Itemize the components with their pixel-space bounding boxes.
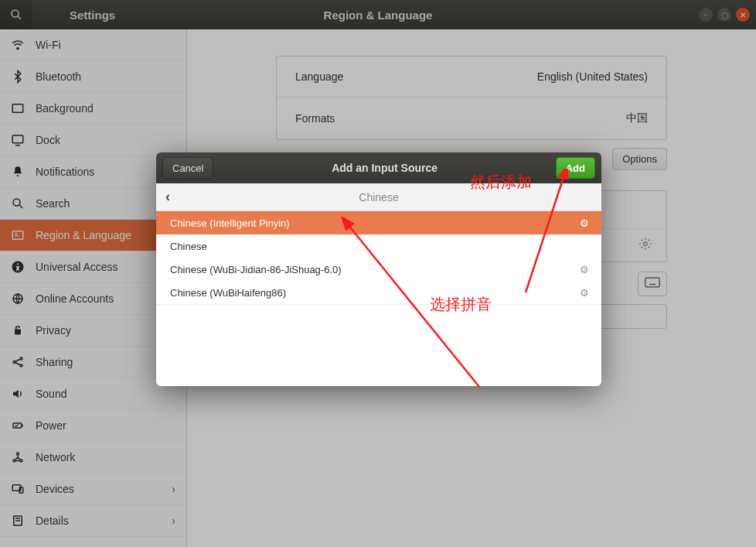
search-icon bbox=[11, 196, 26, 211]
sidebar-item-bluetooth[interactable]: Bluetooth bbox=[0, 61, 186, 93]
page-title: Region & Language bbox=[324, 9, 433, 22]
svg-line-17 bbox=[15, 363, 20, 365]
chevron-right-icon: › bbox=[172, 483, 175, 495]
devices-icon bbox=[11, 481, 26, 497]
input-source-label: Chinese (WuBi-Jidian-86-JiShuag-6.0) bbox=[170, 264, 342, 275]
language-row[interactable]: Language English (United States) bbox=[277, 56, 666, 97]
language-formats-card: Language English (United States) Formats… bbox=[276, 56, 667, 140]
options-button[interactable]: Options bbox=[612, 148, 667, 170]
sidebar-item-label: Region & Language bbox=[36, 229, 131, 241]
language-label: Language bbox=[295, 70, 343, 83]
sidebar-item-label: Sound bbox=[36, 388, 66, 400]
privacy-icon bbox=[11, 323, 26, 338]
titlebar: Settings Region & Language − ▢ ✕ bbox=[0, 0, 756, 29]
svg-point-10 bbox=[17, 263, 19, 265]
svg-point-15 bbox=[20, 364, 22, 367]
sidebar-item-devices[interactable]: Devices › bbox=[0, 473, 186, 505]
network-icon bbox=[11, 450, 26, 465]
dialog-title: Add an Input Source bbox=[332, 162, 438, 174]
svg-point-22 bbox=[17, 453, 19, 455]
sidebar-item-label: Online Accounts bbox=[36, 292, 114, 305]
chevron-right-icon: › bbox=[172, 515, 175, 527]
add-input-source-dialog: Cancel Add an Input Source Add ‹ Chinese… bbox=[156, 152, 601, 386]
svg-point-6 bbox=[13, 199, 20, 206]
formats-row[interactable]: Formats 中国 bbox=[277, 97, 666, 139]
input-source-item[interactable]: Chinese bbox=[156, 234, 601, 258]
svg-point-2 bbox=[17, 47, 19, 49]
svg-point-28 bbox=[644, 242, 648, 246]
gear-icon[interactable] bbox=[639, 237, 652, 254]
svg-line-1 bbox=[18, 16, 21, 19]
universal-access-icon bbox=[11, 259, 26, 275]
region-icon bbox=[11, 227, 26, 243]
sidebar-item-label: Wi-Fi bbox=[36, 39, 61, 51]
svg-point-21 bbox=[20, 460, 22, 462]
sidebar-item-label: Universal Access bbox=[36, 261, 118, 273]
svg-point-13 bbox=[13, 361, 15, 364]
cancel-button[interactable]: Cancel bbox=[162, 157, 213, 179]
sidebar-item-label: Network bbox=[36, 451, 75, 463]
gear-icon: ⚙ bbox=[580, 287, 589, 299]
sidebar-item-network[interactable]: Network bbox=[0, 442, 186, 473]
sidebar-item-label: Search bbox=[36, 197, 70, 210]
sidebar-item-background[interactable]: Background bbox=[0, 93, 186, 125]
svg-rect-3 bbox=[12, 104, 23, 113]
bell-icon bbox=[11, 164, 26, 179]
app-title: Settings bbox=[70, 9, 115, 22]
input-source-label: Chinese (WuBiHaifeng86) bbox=[170, 287, 286, 299]
input-source-item[interactable]: Chinese (Intelligent Pinyin) ⚙ bbox=[156, 211, 601, 234]
sidebar-item-power[interactable]: Power bbox=[0, 410, 186, 442]
sidebar-item-dock[interactable]: Dock bbox=[0, 125, 186, 156]
maximize-button[interactable]: ▢ bbox=[717, 8, 731, 22]
svg-line-7 bbox=[19, 205, 22, 208]
search-button[interactable] bbox=[0, 0, 32, 29]
dock-icon bbox=[11, 132, 26, 148]
sidebar-item-wifi[interactable]: Wi-Fi bbox=[0, 29, 186, 61]
online-accounts-icon bbox=[11, 291, 26, 306]
sidebar-item-label: Dock bbox=[36, 134, 60, 146]
sidebar-item-label: Details bbox=[36, 515, 69, 527]
input-source-label: Chinese bbox=[170, 241, 207, 252]
sidebar-item-details[interactable]: Details › bbox=[0, 505, 186, 537]
minimize-button[interactable]: − bbox=[699, 8, 713, 22]
gear-icon: ⚙ bbox=[580, 217, 589, 229]
details-icon bbox=[11, 513, 26, 528]
bluetooth-icon bbox=[11, 69, 26, 84]
back-button[interactable]: ‹ bbox=[156, 189, 179, 205]
svg-rect-12 bbox=[15, 330, 21, 334]
svg-rect-4 bbox=[12, 135, 23, 143]
sidebar-item-label: Power bbox=[36, 419, 66, 432]
power-icon bbox=[11, 418, 26, 433]
formats-value: 中国 bbox=[626, 111, 648, 125]
keyboard-button[interactable] bbox=[638, 272, 667, 296]
svg-line-16 bbox=[15, 359, 20, 361]
input-source-item[interactable]: Chinese (WuBi-Jidian-86-JiShuag-6.0) ⚙ bbox=[156, 258, 601, 281]
sidebar-item-label: Bluetooth bbox=[36, 70, 81, 83]
svg-point-20 bbox=[13, 460, 15, 462]
search-icon bbox=[9, 8, 23, 22]
window-controls: − ▢ ✕ bbox=[699, 8, 750, 22]
svg-point-0 bbox=[12, 10, 19, 17]
svg-point-14 bbox=[20, 357, 22, 360]
close-button[interactable]: ✕ bbox=[736, 8, 750, 22]
sound-icon bbox=[11, 386, 26, 402]
input-source-item[interactable]: Chinese (WuBiHaifeng86) ⚙ bbox=[156, 281, 601, 304]
dialog-category: Chinese bbox=[359, 191, 398, 203]
input-source-list: Chinese (Intelligent Pinyin) ⚙ Chinese C… bbox=[156, 211, 601, 386]
sidebar-item-label: Sharing bbox=[36, 356, 73, 368]
wifi-icon bbox=[11, 37, 26, 53]
background-icon bbox=[11, 101, 26, 116]
sharing-icon bbox=[11, 354, 26, 370]
sidebar-item-label: Privacy bbox=[36, 324, 71, 337]
language-value: English (United States) bbox=[537, 70, 648, 83]
sidebar-item-label: Background bbox=[36, 102, 94, 115]
keyboard-icon bbox=[645, 277, 660, 288]
svg-rect-29 bbox=[645, 278, 659, 287]
add-button[interactable]: Add bbox=[556, 157, 595, 179]
formats-label: Formats bbox=[295, 112, 335, 125]
gear-icon: ⚙ bbox=[580, 264, 589, 275]
sidebar-item-label: Notifications bbox=[36, 166, 94, 178]
input-source-label: Chinese (Intelligent Pinyin) bbox=[170, 217, 290, 229]
sidebar-item-label: Devices bbox=[36, 483, 74, 495]
